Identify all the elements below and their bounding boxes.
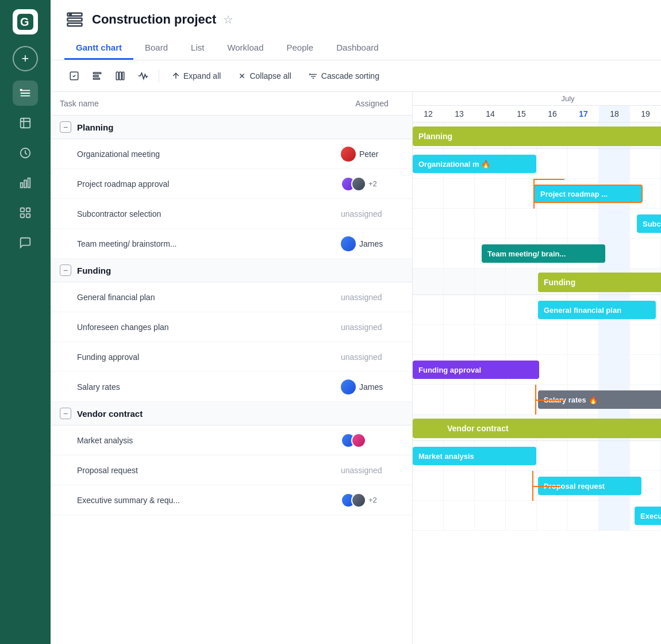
svg-rect-9	[26, 208, 30, 212]
dep-line	[533, 179, 535, 209]
svg-rect-3	[21, 118, 30, 128]
avatar	[351, 433, 366, 448]
sidebar-item-chart[interactable]	[13, 170, 38, 195]
fire-icon: 🔥	[589, 396, 598, 404]
project-title: Construction project	[92, 12, 216, 27]
svg-rect-17	[93, 72, 101, 74]
sidebar-item-clock[interactable]	[13, 140, 38, 166]
sidebar-item-list[interactable]	[13, 110, 38, 136]
star-icon[interactable]: ☆	[223, 13, 233, 26]
tab-board[interactable]: Board	[133, 37, 179, 60]
gantt-group-vendor: Vendor contract	[413, 415, 661, 441]
task-assigned: James	[332, 379, 412, 394]
bar-market-analysis: Market analysis	[413, 447, 536, 465]
task-assigned: unassigned	[332, 323, 412, 332]
svg-rect-7	[28, 178, 30, 188]
gantt-row-market: Market analysis	[413, 441, 661, 471]
bar-label: Subcontractor s	[643, 220, 661, 228]
tab-gantt[interactable]: Gantt chart	[64, 37, 133, 60]
expand-all-label: Expand all	[183, 71, 221, 80]
group-toggle-planning[interactable]: −	[60, 121, 71, 133]
unassigned-label: unassigned	[341, 209, 382, 218]
task-row: Subcontractor selection unassigned	[51, 199, 412, 229]
svg-rect-5	[21, 183, 23, 187]
unassigned-label: unassigned	[341, 323, 382, 332]
chart-icon[interactable]	[133, 66, 153, 86]
checkbox-icon[interactable]	[64, 66, 84, 86]
group-name-funding: Funding	[77, 266, 403, 275]
task-row: Project roadmap approval +2	[51, 169, 412, 199]
group-vendor[interactable]: − Vendor contract	[51, 402, 412, 425]
collapse-all-button[interactable]: Collapse all	[231, 68, 298, 84]
gantt-row-team: Team meeting/ brain...	[413, 239, 661, 269]
task-name: Funding approval	[51, 352, 332, 362]
day-18: 18	[599, 106, 630, 122]
bar-label: Funding approval	[418, 366, 481, 374]
task-row: Market analysis	[51, 425, 412, 455]
task-row: Executive summary & requ... +2	[51, 485, 412, 515]
group-planning[interactable]: − Planning	[51, 116, 412, 139]
group-toggle-funding[interactable]: −	[60, 264, 71, 276]
gantt-row-exec: Executive summ	[413, 501, 661, 531]
left-panel: Task name Assigned − Planning Organizati…	[51, 92, 413, 644]
svg-rect-14	[68, 23, 82, 26]
header-top: Construction project ☆	[64, 9, 647, 30]
bar-subcontractor: Subcontractor s	[637, 214, 661, 233]
columns-icon[interactable]	[110, 66, 130, 86]
group-funding[interactable]: − Funding	[51, 259, 412, 282]
bar-label: Team meeting/ brain...	[487, 250, 566, 258]
tab-list[interactable]: List	[179, 37, 216, 60]
bar-label: Organizational m	[418, 160, 479, 168]
extra-count: +2	[368, 179, 377, 188]
right-panel[interactable]: July 12 13 14 15 16 17 18 19 20 21	[413, 92, 661, 644]
tab-people[interactable]: People	[275, 37, 325, 60]
svg-rect-2	[20, 89, 22, 91]
task-assigned: unassigned	[332, 352, 412, 362]
task-row: Organizational meeting Peter	[51, 139, 412, 169]
add-button[interactable]: +	[13, 46, 38, 71]
task-row: Unforeseen changes plan unassigned	[51, 312, 412, 342]
day-15: 15	[506, 106, 537, 122]
assignee-name: Peter	[359, 150, 378, 159]
tab-workload[interactable]: Workload	[216, 37, 275, 60]
avatar	[341, 379, 356, 394]
svg-rect-22	[122, 72, 124, 80]
column-headers: Task name Assigned	[51, 92, 412, 116]
sidebar-item-chat[interactable]	[13, 230, 38, 255]
gantt-row-unforeseen: Unforeseen	[413, 325, 661, 355]
bar-label: Planning	[418, 132, 452, 141]
app-logo[interactable]: G	[13, 9, 38, 34]
header: Construction project ☆ Gantt chart Board…	[51, 0, 661, 60]
cascade-sorting-button[interactable]: Cascade sorting	[302, 68, 386, 84]
group-toggle-vendor[interactable]: −	[60, 408, 71, 419]
day-14: 14	[475, 106, 506, 122]
toolbar: Expand all Collapse all Cascade sorting	[51, 60, 661, 92]
task-name: Executive summary & requ...	[51, 496, 332, 505]
sidebar-item-projects[interactable]	[13, 80, 38, 106]
gantt-row-funding-approval: Funding approval	[413, 355, 661, 385]
extra-count: +2	[368, 496, 377, 504]
gantt-group-planning: Planning	[413, 122, 661, 149]
svg-rect-13	[68, 18, 82, 21]
gantt-row-proposal: Proposal request	[413, 471, 661, 501]
avatar	[341, 236, 356, 251]
gantt-row-subcontractor: Subcontractor s	[413, 209, 661, 239]
avatar	[351, 177, 366, 191]
gantt-view-icon[interactable]	[87, 66, 107, 86]
task-assigned: unassigned	[332, 466, 412, 475]
task-name: Unforeseen changes plan	[51, 323, 332, 332]
bar-planning: Planning	[413, 126, 661, 146]
tab-dashboard[interactable]: Dashboard	[325, 37, 390, 60]
svg-rect-15	[70, 14, 71, 16]
collapse-all-label: Collapse all	[249, 71, 291, 80]
unassigned-label: unassigned	[341, 466, 382, 475]
task-name: General financial plan	[51, 293, 332, 302]
task-assigned: +2	[332, 493, 412, 508]
expand-all-button[interactable]: Expand all	[165, 68, 228, 84]
task-assigned: Peter	[332, 147, 412, 162]
assignee-name: James	[359, 239, 383, 248]
sidebar-item-grid[interactable]	[13, 200, 38, 225]
task-name: Project roadmap approval	[51, 179, 332, 189]
gantt-container: Task name Assigned − Planning Organizati…	[51, 92, 661, 644]
gantt-chart: July 12 13 14 15 16 17 18 19 20 21	[413, 92, 661, 531]
